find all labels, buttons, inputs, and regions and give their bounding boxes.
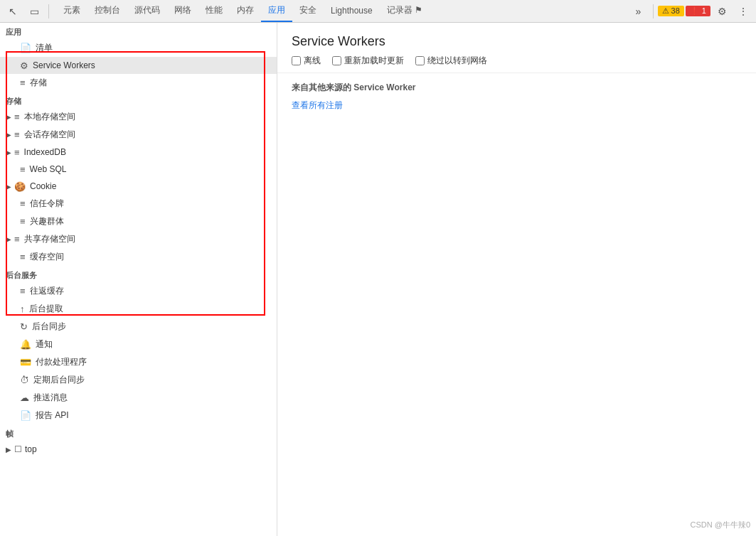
- sidebar-item-报告-API[interactable]: 📄报告 API: [0, 407, 277, 424]
- sidebar-item-推送消息[interactable]: ☁推送消息: [0, 389, 277, 407]
- sidebar-item-top[interactable]: ▶☐top: [0, 441, 277, 458]
- storage-items-container: ▶≡本地存储空间▶≡会话存储空间▶≡IndexedDB≡Web SQL▶🍪Coo…: [0, 108, 277, 266]
- checkbox-icon: ☐: [14, 444, 22, 454]
- sidebar-item-兴趣群体[interactable]: ≡兴趣群体: [0, 213, 277, 230]
- watermark: CSDN @牛牛辣0: [690, 520, 750, 530]
- tab-lighthouse[interactable]: Lighthouse: [324, 1, 380, 21]
- content-header: Service Workers 离线 重新加载时更新 绕过以转到网络: [277, 23, 756, 73]
- sidebar-item-会话存储空间[interactable]: ▶≡会话存储空间: [0, 126, 277, 144]
- item-icon: 🍪: [14, 181, 26, 192]
- item-icon: ≡: [14, 234, 20, 245]
- expand-arrow: ▶: [6, 446, 11, 454]
- warning-badge[interactable]: ⚠ 38: [658, 6, 684, 16]
- item-icon: ↑: [20, 304, 25, 314]
- sidebar-item-后台提取[interactable]: ↑后台提取: [0, 300, 277, 318]
- item-icon: 💳: [20, 357, 31, 368]
- backend-items-container: ≡往返缓存↑后台提取↻后台同步🔔通知💳付款处理程序⏱定期后台同步☁推送消息📄报告…: [0, 282, 277, 424]
- offline-checkbox[interactable]: [292, 56, 301, 65]
- item-icon: ⏱: [20, 375, 29, 385]
- frames-items-container: ▶☐top: [0, 441, 277, 458]
- top-toolbar: ↖ ▭ 元素控制台源代码网络性能内存应用安全Lighthouse记录器 ⚑ » …: [0, 0, 756, 23]
- offline-label: 离线: [304, 55, 321, 67]
- item-icon: ≡: [14, 129, 20, 140]
- bypass-label: 绕过以转到网络: [427, 55, 487, 67]
- section-frames-header: 帧: [0, 424, 277, 441]
- sidebar-scroll[interactable]: 应用 📄清单⚙Service Workers≡存储 存储 ▶≡本地存储空间▶≡会…: [0, 23, 277, 536]
- item-icon: ≡: [20, 286, 26, 296]
- section-storage-header: 存储: [0, 92, 277, 108]
- bypass-checkbox[interactable]: [415, 56, 425, 65]
- tab-源代码[interactable]: 源代码: [127, 0, 167, 22]
- toolbar-separator: [48, 4, 49, 18]
- main-layout: 应用 📄清单⚙Service Workers≡存储 存储 ▶≡本地存储空间▶≡会…: [0, 23, 756, 536]
- sidebar-item-后台同步[interactable]: ↻后台同步: [0, 318, 277, 336]
- inspect-icon[interactable]: ↖: [3, 1, 23, 21]
- expand-arrow: ▶: [6, 183, 11, 191]
- error-badge[interactable]: ❗ 1: [686, 6, 710, 16]
- sidebar-item-通知[interactable]: 🔔通知: [0, 336, 277, 353]
- view-all-registrations-link[interactable]: 查看所有注册: [292, 100, 343, 110]
- item-icon: ☁: [20, 392, 29, 403]
- more-options-icon[interactable]: ⋮: [733, 1, 753, 21]
- item-icon: ↻: [20, 321, 28, 332]
- reload-label: 重新加载时更新: [344, 55, 404, 67]
- item-icon: ⚙: [20, 60, 28, 71]
- tab-bar: 元素控制台源代码网络性能内存应用安全Lighthouse记录器 ⚑: [53, 0, 627, 22]
- sidebar-item-本地存储空间[interactable]: ▶≡本地存储空间: [0, 108, 277, 126]
- sidebar: 应用 📄清单⚙Service Workers≡存储 存储 ▶≡本地存储空间▶≡会…: [0, 23, 277, 536]
- content-controls: 离线 重新加载时更新 绕过以转到网络: [292, 55, 742, 67]
- tab-安全[interactable]: 安全: [292, 0, 324, 22]
- sidebar-item-清单[interactable]: 📄清单: [0, 39, 277, 57]
- sidebar-item-存储[interactable]: ≡存储: [0, 74, 277, 92]
- item-icon: ≡: [20, 252, 26, 262]
- sidebar-item-定期后台同步[interactable]: ⏱定期后台同步: [0, 371, 277, 389]
- sidebar-item-Service-Workers[interactable]: ⚙Service Workers: [0, 57, 277, 74]
- sidebar-item-共享存储空间[interactable]: ▶≡共享存储空间: [0, 230, 277, 248]
- reload-checkbox-label[interactable]: 重新加载时更新: [332, 55, 404, 67]
- tab-性能[interactable]: 性能: [198, 0, 230, 22]
- expand-arrow: ▶: [6, 235, 11, 243]
- tab-控制台[interactable]: 控制台: [87, 0, 127, 22]
- reload-checkbox[interactable]: [332, 56, 341, 65]
- more-tabs-icon[interactable]: »: [629, 1, 649, 21]
- sidebar-item-缓存空间[interactable]: ≡缓存空间: [0, 248, 277, 266]
- sidebar-item-付款处理程序[interactable]: 💳付款处理程序: [0, 353, 277, 371]
- section-backend-header: 后台服务: [0, 266, 277, 282]
- tab-记录器-⚑[interactable]: 记录器 ⚑: [380, 0, 430, 22]
- expand-arrow: ▶: [6, 113, 11, 121]
- item-icon: ≡: [20, 164, 26, 175]
- expand-arrow: ▶: [6, 131, 11, 139]
- offline-checkbox-label[interactable]: 离线: [292, 55, 321, 67]
- item-icon: 🔔: [20, 339, 31, 350]
- item-icon: ≡: [20, 198, 26, 209]
- toolbar-separator-2: [653, 4, 654, 18]
- item-icon: ≡: [20, 216, 26, 227]
- page-title: Service Workers: [292, 34, 742, 49]
- item-icon: 📄: [20, 410, 31, 421]
- content-area: Service Workers 离线 重新加载时更新 绕过以转到网络 来自其他来…: [277, 23, 756, 536]
- app-items-container: 📄清单⚙Service Workers≡存储: [0, 39, 277, 92]
- from-others-header: 来自其他来源的 Service Worker: [292, 82, 742, 94]
- item-icon: ≡: [14, 112, 20, 122]
- content-body: 来自其他来源的 Service Worker 查看所有注册: [277, 73, 756, 536]
- sidebar-item-往返缓存[interactable]: ≡往返缓存: [0, 282, 277, 300]
- tab-网络[interactable]: 网络: [167, 0, 198, 22]
- sidebar-item-Cookie[interactable]: ▶🍪Cookie: [0, 178, 277, 195]
- sidebar-item-IndexedDB[interactable]: ▶≡IndexedDB: [0, 144, 277, 161]
- item-icon: ≡: [14, 147, 20, 158]
- expand-arrow: ▶: [6, 149, 11, 156]
- tab-应用[interactable]: 应用: [261, 0, 292, 22]
- section-app-header: 应用: [0, 23, 277, 39]
- sidebar-item-Web-SQL[interactable]: ≡Web SQL: [0, 161, 277, 178]
- sidebar-item-信任令牌[interactable]: ≡信任令牌: [0, 195, 277, 213]
- tab-内存[interactable]: 内存: [230, 0, 261, 22]
- item-icon: 📄: [20, 43, 31, 53]
- tab-元素[interactable]: 元素: [56, 0, 87, 22]
- bypass-checkbox-label[interactable]: 绕过以转到网络: [415, 55, 487, 67]
- settings-icon[interactable]: ⚙: [712, 1, 732, 21]
- item-icon: ≡: [20, 77, 26, 88]
- device-icon[interactable]: ▭: [24, 1, 44, 21]
